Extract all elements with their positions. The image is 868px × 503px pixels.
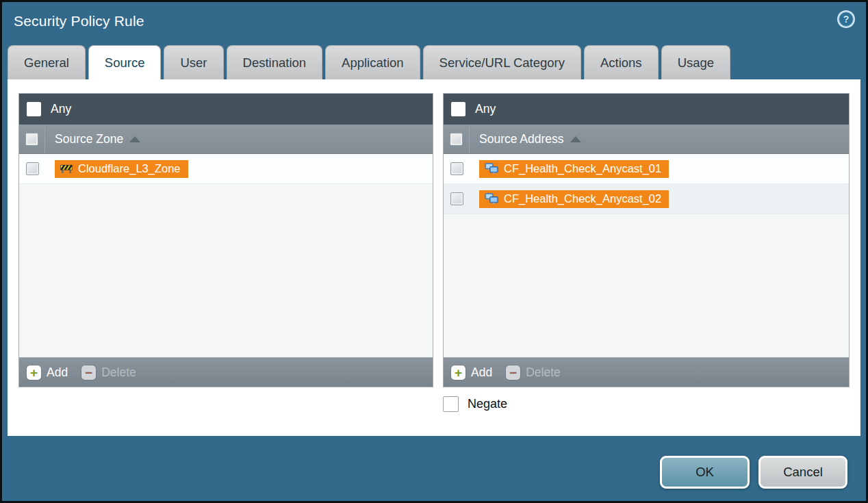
ok-button[interactable]: OK	[660, 456, 750, 489]
tab-actions[interactable]: Actions	[584, 45, 659, 79]
any-label: Any	[51, 102, 71, 116]
minus-icon: −	[506, 365, 520, 380]
select-all-checkbox[interactable]	[25, 133, 38, 146]
plus-icon: +	[27, 365, 41, 380]
dialog-titlebar: Security Policy Rule ?	[2, 2, 866, 43]
sort-ascending-icon[interactable]	[570, 136, 581, 142]
row-chip-cf-health-check-anycast-01[interactable]: CF_Health_Check_Anycast_01	[479, 160, 669, 178]
add-button[interactable]: + Add	[27, 365, 68, 380]
row-list: Cloudflare_L3_Zone	[19, 154, 433, 357]
address-icon	[485, 193, 498, 204]
zone-icon	[60, 164, 73, 174]
delete-button[interactable]: − Delete	[81, 365, 136, 380]
panel-footer: + Add − Delete	[19, 357, 433, 387]
tab-application[interactable]: Application	[325, 45, 420, 79]
dialog-actions: OK Cancel	[660, 456, 847, 489]
negate-row: Negate	[443, 396, 507, 412]
table-row: CF_Health_Check_Anycast_01	[444, 154, 849, 184]
tab-content: Any Source Zone Cloudflare_L3_Zone	[8, 79, 860, 436]
row-checkbox[interactable]	[26, 162, 39, 175]
row-list: CF_Health_Check_Anycast_01 CF_Health_Che…	[444, 154, 849, 357]
column-header-row: Source Address	[444, 125, 849, 154]
column-header-source-address[interactable]: Source Address	[479, 132, 564, 146]
source-panels: Any Source Zone Cloudflare_L3_Zone	[18, 93, 850, 387]
any-header-row: Any	[19, 94, 433, 125]
negate-label: Negate	[468, 397, 507, 411]
row-chip-cloudflare-l3-zone[interactable]: Cloudflare_L3_Zone	[55, 160, 188, 178]
plus-icon: +	[451, 365, 465, 380]
source-address-panel: Any Source Address CF_Health_Check_Anyc	[443, 93, 850, 387]
panel-footer: + Add − Delete	[444, 357, 849, 387]
cancel-button[interactable]: Cancel	[758, 456, 847, 489]
any-checkbox[interactable]	[451, 102, 465, 116]
tab-usage[interactable]: Usage	[661, 45, 730, 79]
tab-service-url-category[interactable]: Service/URL Category	[423, 45, 581, 79]
column-header-source-zone[interactable]: Source Zone	[55, 132, 123, 146]
svg-text:?: ?	[843, 14, 850, 25]
any-label: Any	[475, 102, 496, 116]
help-question-icon[interactable]: ?	[837, 10, 856, 29]
select-all-checkbox[interactable]	[450, 133, 463, 146]
table-row: Cloudflare_L3_Zone	[19, 154, 433, 184]
row-checkbox[interactable]	[450, 192, 463, 205]
column-header-row: Source Zone	[19, 125, 433, 154]
negate-checkbox[interactable]	[443, 396, 459, 412]
address-icon	[485, 163, 498, 174]
tab-general[interactable]: General	[8, 45, 86, 79]
delete-button[interactable]: − Delete	[506, 365, 561, 380]
row-chip-cf-health-check-anycast-02[interactable]: CF_Health_Check_Anycast_02	[479, 190, 669, 208]
tab-user[interactable]: User	[164, 45, 223, 79]
tab-destination[interactable]: Destination	[227, 45, 323, 79]
source-zone-panel: Any Source Zone Cloudflare_L3_Zone	[18, 93, 433, 387]
security-policy-rule-dialog: Security Policy Rule ? GeneralSourceUser…	[2, 2, 866, 501]
page-title: Security Policy Rule	[14, 13, 144, 29]
any-header-row: Any	[444, 94, 849, 125]
table-row: CF_Health_Check_Anycast_02	[444, 184, 849, 214]
tab-bar: GeneralSourceUserDestinationApplicationS…	[8, 45, 860, 79]
any-checkbox[interactable]	[27, 102, 41, 116]
row-checkbox[interactable]	[450, 162, 463, 175]
sort-ascending-icon[interactable]	[129, 136, 140, 142]
add-button[interactable]: + Add	[451, 365, 492, 380]
minus-icon: −	[81, 365, 96, 380]
tab-source[interactable]: Source	[88, 45, 162, 79]
